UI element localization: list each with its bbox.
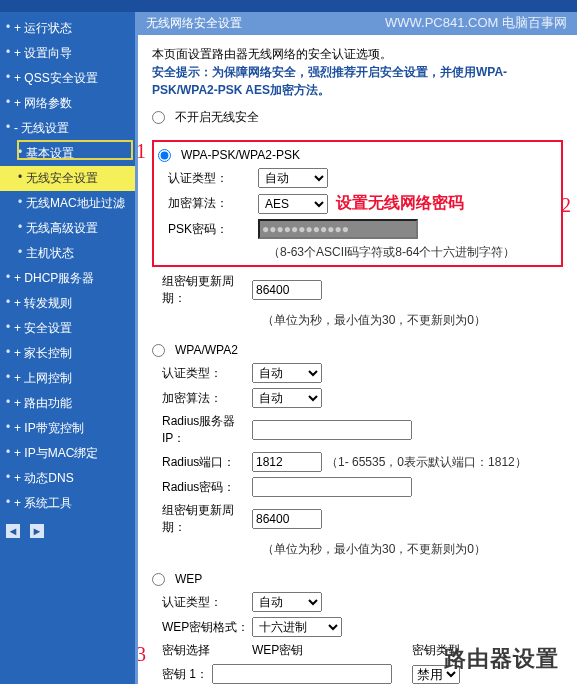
sidebar: + 运行状态+ 设置向导+ QSS安全设置+ 网络参数- 无线设置基本设置无线安… (0, 12, 135, 684)
rekey-hint: （单位为秒，最小值为30，不更新则为0） (152, 312, 563, 329)
sidebar-item-1[interactable]: + 设置向导 (0, 41, 135, 66)
wpa-auth-select[interactable]: 自动 (252, 363, 322, 383)
rekey-label: 组密钥更新周期： (152, 273, 252, 307)
annotation-set-password: 设置无线网络密码 (336, 193, 464, 214)
radio-wpapsk[interactable] (158, 149, 171, 162)
psk-label: PSK密码： (158, 221, 258, 238)
radio-wpapsk-label: WPA-PSK/WPA2-PSK (181, 148, 300, 162)
highlight-box-wpapsk: WPA-PSK/WPA2-PSK 认证类型： 自动 加密算法： AES 设置无线… (152, 140, 563, 267)
radius-ip-input[interactable] (252, 420, 412, 440)
sidebar-item-12[interactable]: + 安全设置 (0, 316, 135, 341)
radio-none-label: 不开启无线安全 (175, 109, 259, 126)
sidebar-item-11[interactable]: + 转发规则 (0, 291, 135, 316)
sidebar-item-10[interactable]: + DHCP服务器 (0, 266, 135, 291)
sidebar-item-18[interactable]: + 动态DNS (0, 466, 135, 491)
scroll-right[interactable]: ► (30, 524, 44, 538)
wpa-rekey-input[interactable] (252, 509, 322, 529)
scroll-left[interactable]: ◄ (6, 524, 20, 538)
psk-hint: （8-63个ASCII码字符或8-64个十六进制字符） (158, 244, 557, 261)
sidebar-item-16[interactable]: + IP带宽控制 (0, 416, 135, 441)
annotation-3: 3 (136, 643, 146, 666)
annotation-1: 1 (136, 140, 146, 163)
wpa-enc-select[interactable]: 自动 (252, 388, 322, 408)
wep-key-1-input[interactable] (212, 664, 392, 684)
sidebar-item-17[interactable]: + IP与MAC绑定 (0, 441, 135, 466)
psk-password-input[interactable] (258, 219, 418, 239)
sidebar-item-2[interactable]: + QSS安全设置 (0, 66, 135, 91)
radio-wpa[interactable] (152, 344, 165, 357)
sidebar-item-15[interactable]: + 路由功能 (0, 391, 135, 416)
main-panel: 无线网络安全设置 WWW.PC841.COM 电脑百事网 本页面设置路由器无线网… (135, 12, 577, 684)
sidebar-item-8[interactable]: 无线高级设置 (0, 216, 135, 241)
panel-title-bar: 无线网络安全设置 WWW.PC841.COM 电脑百事网 (138, 12, 577, 35)
radio-wpa-label: WPA/WPA2 (175, 343, 238, 357)
annotation-2: 2 (561, 194, 571, 217)
enc-algo-select[interactable]: AES (258, 194, 328, 214)
sidebar-item-4[interactable]: - 无线设置 (0, 116, 135, 141)
wep-fmt-select[interactable]: 十六进制 (252, 617, 342, 637)
sidebar-item-3[interactable]: + 网络参数 (0, 91, 135, 116)
sidebar-item-0[interactable]: + 运行状态 (0, 16, 135, 41)
radio-wep-label: WEP (175, 572, 202, 586)
auth-type-label: 认证类型： (158, 170, 258, 187)
intro-text: 本页面设置路由器无线网络的安全认证选项。 安全提示：为保障网络安全，强烈推荐开启… (152, 45, 563, 99)
watermark-text: WWW.PC841.COM 电脑百事网 (385, 14, 567, 32)
enc-algo-label: 加密算法： (158, 195, 258, 212)
panel-title: 无线网络安全设置 (146, 16, 242, 30)
radio-none[interactable] (152, 111, 165, 124)
radius-port-input[interactable] (252, 452, 322, 472)
sidebar-item-13[interactable]: + 家长控制 (0, 341, 135, 366)
rekey-input[interactable] (252, 280, 322, 300)
auth-type-select[interactable]: 自动 (258, 168, 328, 188)
wep-auth-select[interactable]: 自动 (252, 592, 322, 612)
sidebar-item-19[interactable]: + 系统工具 (0, 491, 135, 516)
radio-wep[interactable] (152, 573, 165, 586)
footer-logo: 路由器设置 (444, 644, 559, 674)
sidebar-item-9[interactable]: 主机状态 (0, 241, 135, 266)
sidebar-item-6[interactable]: 无线安全设置 (0, 166, 135, 191)
sidebar-item-5[interactable]: 基本设置 (0, 141, 135, 166)
sidebar-item-14[interactable]: + 上网控制 (0, 366, 135, 391)
radius-pwd-input[interactable] (252, 477, 412, 497)
sidebar-item-7[interactable]: 无线MAC地址过滤 (0, 191, 135, 216)
